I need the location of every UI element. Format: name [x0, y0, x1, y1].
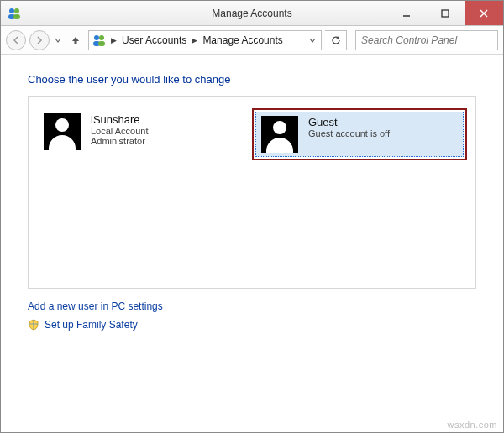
- avatar-icon: [261, 116, 298, 153]
- link-label: Set up Family Safety: [45, 319, 138, 331]
- chevron-right-icon: ▶: [190, 36, 199, 44]
- close-button[interactable]: [465, 1, 503, 25]
- forward-button[interactable]: [29, 30, 50, 50]
- titlebar: Manage Accounts: [1, 1, 503, 26]
- link-label: Add a new user in PC settings: [28, 300, 163, 312]
- window-buttons: [387, 1, 503, 25]
- breadcrumb-seg-2[interactable]: Manage Accounts: [202, 34, 282, 46]
- avatar-icon: [44, 113, 81, 150]
- breadcrumb-seg-1[interactable]: User Accounts: [122, 34, 186, 46]
- page-heading: Choose the user you would like to change: [28, 73, 476, 86]
- address-dropdown-icon[interactable]: [306, 34, 319, 46]
- svg-point-8: [94, 35, 99, 40]
- content-area: Choose the user you would like to change…: [1, 55, 503, 339]
- svg-rect-5: [442, 10, 449, 17]
- links-area: Add a new user in PC settings Set up Fam…: [28, 300, 476, 331]
- app-icon: [8, 7, 21, 20]
- account-item-guest[interactable]: Guest Guest account is off: [252, 108, 467, 276]
- account-item-isunshare[interactable]: iSunshare Local Account Administrator: [37, 108, 252, 276]
- shield-icon: [28, 319, 39, 331]
- svg-point-1: [14, 8, 19, 13]
- navbar: ▶ User Accounts ▶ Manage Accounts Search…: [1, 26, 503, 55]
- minimize-button[interactable]: [387, 1, 426, 25]
- chevron-right-icon: ▶: [109, 36, 118, 44]
- svg-rect-3: [13, 14, 20, 19]
- family-safety-link[interactable]: Set up Family Safety: [28, 319, 476, 331]
- back-button[interactable]: [6, 30, 26, 50]
- search-placeholder: Search Control Panel: [361, 34, 457, 46]
- account-type: Local Account: [91, 126, 149, 136]
- account-name: iSunshare: [91, 113, 149, 126]
- add-user-link[interactable]: Add a new user in PC settings: [28, 300, 476, 312]
- up-button[interactable]: [66, 31, 85, 50]
- account-name: Guest: [308, 116, 390, 128]
- watermark: wsxdn.com: [447, 420, 497, 430]
- address-bar[interactable]: ▶ User Accounts ▶ Manage Accounts: [88, 30, 322, 50]
- svg-point-0: [9, 8, 14, 13]
- svg-point-9: [99, 35, 104, 40]
- account-text: iSunshare Local Account Administrator: [91, 113, 149, 146]
- history-dropdown[interactable]: [53, 37, 63, 44]
- maximize-button[interactable]: [426, 1, 465, 25]
- account-text: Guest Guest account is off: [308, 116, 390, 138]
- search-input[interactable]: Search Control Panel: [355, 30, 498, 50]
- account-status: Guest account is off: [308, 128, 390, 138]
- account-role: Administrator: [91, 136, 149, 146]
- accounts-panel: iSunshare Local Account Administrator Gu…: [28, 96, 476, 289]
- svg-rect-11: [98, 41, 105, 46]
- user-accounts-icon: [92, 34, 106, 47]
- refresh-button[interactable]: [325, 30, 347, 50]
